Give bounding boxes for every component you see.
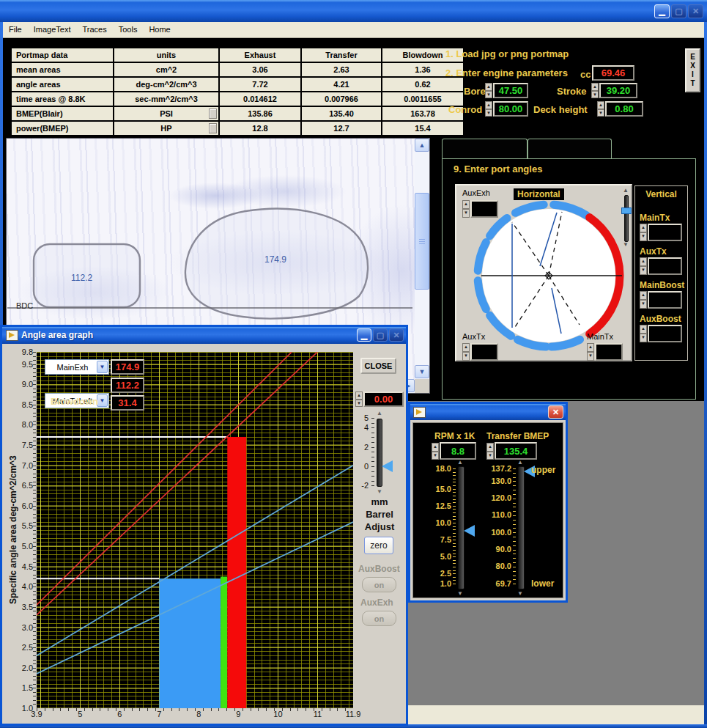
chevron-down-icon[interactable]: ▼ bbox=[97, 394, 108, 407]
unit-selector-scrollbar[interactable] bbox=[209, 109, 217, 119]
y-tick-label: 5.5 bbox=[10, 521, 33, 530]
menu-item-traces[interactable]: Traces bbox=[76, 23, 112, 36]
deck-height-display[interactable]: 0.80 bbox=[605, 101, 643, 117]
deck-height-label: Deck height bbox=[533, 104, 588, 115]
dial-slider-down-arrow[interactable]: ▼ bbox=[623, 241, 629, 248]
auxboost-vert-spinner[interactable]: ▲▼ bbox=[640, 325, 647, 342]
vscroll-thumb[interactable] bbox=[415, 193, 429, 290]
barrel-slider-down-arrow[interactable]: ▼ bbox=[377, 488, 382, 495]
rpm-slider-up-arrow[interactable]: ▲ bbox=[457, 459, 463, 466]
auxtx-vert-spinner[interactable]: ▲▼ bbox=[640, 257, 647, 275]
unit-selector-scrollbar[interactable] bbox=[209, 123, 217, 133]
close-button[interactable]: ✕ bbox=[688, 4, 703, 18]
labview-icon bbox=[6, 330, 18, 341]
graph-maximize-button[interactable]: ▢ bbox=[373, 328, 388, 342]
menu-item-home[interactable]: Home bbox=[143, 23, 176, 36]
graph-titlebar[interactable]: Angle area graph ▁ ▢ ✕ bbox=[2, 327, 406, 344]
series1-combo-value: MainExh bbox=[57, 363, 89, 372]
barrel-slider-up-arrow[interactable]: ▲ bbox=[377, 410, 382, 416]
main-titlebar[interactable]: ▁ ▢ ✕ bbox=[0, 0, 707, 22]
bmep-slider-track[interactable] bbox=[518, 466, 525, 589]
exit-button[interactable]: EXIT bbox=[685, 48, 700, 92]
maximize-button[interactable]: ▢ bbox=[671, 4, 686, 18]
graph-close-button[interactable]: ✕ bbox=[389, 328, 404, 342]
slider-titlebar[interactable]: ✕ bbox=[410, 404, 566, 420]
zero-button[interactable]: zero bbox=[364, 537, 393, 554]
rpm-scale-label: 7.5 bbox=[423, 535, 451, 544]
rpm-display[interactable]: 8.8 bbox=[440, 442, 476, 460]
aux-exh-display[interactable] bbox=[470, 200, 498, 218]
bore-spinner[interactable]: ▲▼ bbox=[485, 83, 492, 98]
rpm-scale-label: 10.0 bbox=[423, 518, 451, 527]
bmep-slider-tickmarks bbox=[513, 468, 516, 584]
deck-height-spinner[interactable]: ▲▼ bbox=[597, 101, 604, 117]
maintx-vert-display[interactable] bbox=[648, 224, 682, 241]
series2-display: 112.2 bbox=[111, 378, 144, 393]
menu-item-tools[interactable]: Tools bbox=[113, 23, 144, 36]
image-vscrollbar[interactable]: ▲ ▼ bbox=[415, 139, 429, 379]
dial-slider-thumb[interactable] bbox=[621, 207, 632, 214]
stroke-label: Stroke bbox=[557, 86, 586, 97]
table-cell: 15.4 bbox=[382, 121, 464, 136]
main-tx-display[interactable] bbox=[595, 343, 623, 361]
step2-label: 2. Enter engine parameters bbox=[445, 67, 568, 78]
port-angle-dial-panel: AuxExh ▲▼ Horizontal AuxTx ▲▼ MainTx ▲▼ … bbox=[455, 184, 632, 361]
rpm-slider-tickmarks bbox=[453, 468, 456, 584]
y-tick-label: 3.0 bbox=[10, 623, 33, 632]
tab-blank-1[interactable] bbox=[442, 139, 528, 159]
port-large-value: 174.9 bbox=[264, 254, 286, 265]
lower-label: lower bbox=[531, 578, 554, 589]
auxboost-vert-display[interactable] bbox=[648, 325, 682, 342]
mainboost-vert-display[interactable] bbox=[648, 291, 682, 309]
close-graph-button[interactable]: CLOSE bbox=[360, 358, 396, 374]
auxtx-vert-display[interactable] bbox=[648, 257, 682, 275]
bmep-slider-down-arrow[interactable]: ▼ bbox=[517, 590, 523, 597]
aux-tx-display[interactable] bbox=[470, 343, 498, 361]
bmep-slider-up-arrow[interactable]: ▲ bbox=[517, 459, 523, 466]
mainboost-vert-spinner[interactable]: ▲▼ bbox=[640, 291, 647, 309]
chevron-down-icon[interactable]: ▼ bbox=[97, 361, 108, 373]
conrod-label: Conrod bbox=[448, 104, 482, 115]
barrel-slider-pointer[interactable] bbox=[382, 460, 393, 472]
aux-tx-spinner[interactable]: ▲▼ bbox=[462, 343, 470, 361]
table-cell: deg-cm^2/cm^3 bbox=[114, 77, 219, 92]
auxexh-on-button[interactable]: on bbox=[362, 611, 396, 626]
scroll-down-button[interactable]: ▼ bbox=[415, 365, 429, 378]
scroll-up-button[interactable]: ▲ bbox=[415, 139, 429, 152]
bmep-spinner[interactable]: ▲▼ bbox=[486, 443, 494, 460]
tab-blank-2[interactable] bbox=[528, 139, 612, 159]
stroke-display[interactable]: 39.20 bbox=[599, 83, 637, 98]
menu-item-imagetext[interactable]: ImageText bbox=[28, 23, 77, 36]
y-tick-label: 8.5 bbox=[10, 400, 33, 409]
graph-minimize-button[interactable]: ▁ bbox=[357, 328, 371, 342]
cc-display: 69.46 bbox=[592, 65, 634, 81]
y-tick-marks bbox=[33, 352, 36, 708]
stroke-spinner[interactable]: ▲▼ bbox=[591, 83, 599, 98]
rpm-spinner[interactable]: ▲▼ bbox=[432, 443, 439, 460]
conrod-spinner[interactable]: ▲▼ bbox=[485, 101, 492, 117]
minimize-button[interactable]: ▁ bbox=[654, 4, 670, 18]
slider-close-button[interactable]: ✕ bbox=[548, 405, 563, 419]
vertical-item-label-mainboost: MainBoost bbox=[640, 280, 684, 290]
bmep-display[interactable]: 135.4 bbox=[495, 442, 537, 460]
bore-display[interactable]: 47.50 bbox=[493, 83, 528, 98]
y-tick-label: 4.5 bbox=[10, 562, 33, 571]
dial-slider-up-arrow[interactable]: ▲ bbox=[623, 187, 629, 194]
table-cell[interactable]: PSI bbox=[114, 106, 219, 121]
auxboost-on-button[interactable]: on bbox=[362, 577, 396, 592]
barrel-display[interactable]: 0.00 bbox=[363, 391, 404, 407]
conrod-display[interactable]: 80.00 bbox=[493, 101, 528, 117]
graph-window-title: Angle area graph bbox=[21, 330, 93, 340]
menu-item-file[interactable]: File bbox=[3, 23, 28, 36]
table-cell[interactable]: HP bbox=[114, 121, 219, 136]
main-tx-spinner[interactable]: ▲▼ bbox=[587, 343, 594, 361]
rpm-slider-down-arrow[interactable]: ▼ bbox=[457, 590, 463, 597]
rpm-slider-pointer[interactable] bbox=[464, 525, 475, 537]
aux-exh-spinner[interactable]: ▲▼ bbox=[462, 200, 470, 218]
maintx-vert-spinner[interactable]: ▲▼ bbox=[640, 224, 647, 241]
series1-combo[interactable]: MainExh ▼ bbox=[45, 359, 109, 375]
barrel-slider-track[interactable] bbox=[377, 419, 382, 487]
barrel-spinner[interactable]: ▲▼ bbox=[355, 391, 363, 407]
y-tick-label: 6.0 bbox=[10, 501, 33, 510]
dial-slider-track[interactable] bbox=[624, 195, 629, 242]
